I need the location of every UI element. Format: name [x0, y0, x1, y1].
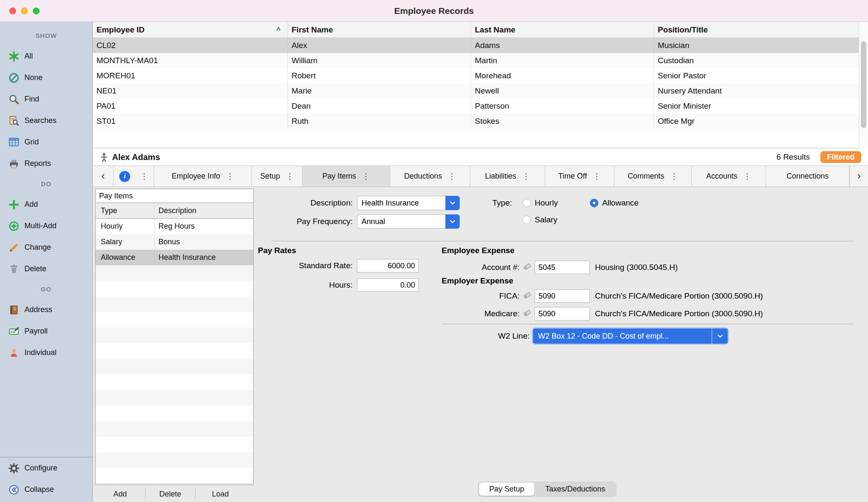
tab-menu-icon[interactable]: ⋮ — [286, 171, 294, 181]
tab-employee-info[interactable]: Employee Info⋮ — [154, 166, 252, 187]
table-row[interactable]: PA01 Dean Patterson Senior Minister — [93, 99, 859, 114]
sidebar-item-searches[interactable]: Searches — [0, 110, 92, 131]
sidebar-item-find[interactable]: Find — [0, 88, 92, 110]
sidebar-item-label: Multi-Add — [24, 222, 56, 230]
radio-button-selected[interactable] — [590, 199, 598, 207]
list-item[interactable]: Hourly Reg Hours — [96, 219, 253, 234]
scrollbar[interactable] — [859, 22, 868, 148]
tab-pay-items[interactable]: Pay Items⋮ — [303, 166, 390, 187]
table-row[interactable]: NE01 Marie Newell Nursery Attendant — [93, 83, 859, 99]
load-pay-item-button[interactable]: Load — [196, 486, 245, 502]
sidebar-item-label: Grid — [24, 138, 39, 147]
table-row[interactable]: MOREH01 Robert Morehead Senior Pastor — [93, 68, 859, 83]
tab-liabilities[interactable]: Liabilities⋮ — [470, 166, 545, 187]
list-item[interactable]: Salary Bonus — [96, 234, 253, 250]
chevron-down-icon[interactable] — [712, 328, 728, 344]
tab-connections[interactable]: Connections — [766, 166, 849, 187]
account-number-label: Account #: — [442, 263, 520, 272]
sort-ascending-icon: ^ — [276, 22, 281, 37]
tabs-scroll-left-button[interactable]: ‹ — [93, 166, 114, 187]
hours-input[interactable] — [357, 278, 419, 292]
description-dropdown[interactable]: Health Insurance — [357, 196, 460, 210]
search-icon — [7, 93, 21, 105]
table-row[interactable]: CL02 Alex Adams Musician — [93, 38, 859, 53]
main-area: Employee ID^ First Name Last Name Positi… — [93, 22, 868, 502]
eraser-icon[interactable] — [522, 290, 532, 302]
tab-menu-icon[interactable]: ⋮ — [743, 171, 751, 181]
column-header-position[interactable]: Position/Title — [654, 22, 859, 37]
tab-menu-icon[interactable]: ⋮ — [448, 171, 456, 181]
w2-line-dropdown[interactable]: W2 Box 12 - Code DD - Cost of empl... — [533, 328, 728, 344]
sidebar-item-multi-add[interactable]: Multi-Add — [0, 215, 92, 237]
tab-menu-icon[interactable]: ⋮ — [522, 171, 530, 181]
chevron-down-icon[interactable] — [445, 214, 460, 229]
tab-menu-icon[interactable]: ⋮ — [593, 171, 601, 181]
tab-deductions[interactable]: Deductions⋮ — [390, 166, 470, 187]
sidebar-item-address[interactable]: Address — [0, 299, 92, 320]
tab-time-off[interactable]: Time Off⋮ — [545, 166, 614, 187]
table-row[interactable]: MONTHLY-MA01 William Martin Custodian — [93, 53, 859, 68]
tab-comments[interactable]: Comments⋮ — [614, 166, 692, 187]
info-icon: i — [119, 171, 130, 182]
tab-setup[interactable]: Setup⋮ — [252, 166, 303, 187]
add-pay-item-button[interactable]: Add — [95, 486, 145, 502]
check-writing-icon — [7, 326, 21, 337]
sidebar-item-add[interactable]: Add — [0, 194, 92, 215]
column-header-employee-id[interactable]: Employee ID^ — [93, 22, 287, 37]
tab-pay-setup[interactable]: Pay Setup — [479, 483, 534, 496]
radio-allowance[interactable]: Allowance — [590, 196, 639, 210]
tabs-scroll-right-button[interactable]: › — [849, 166, 868, 187]
medicare-account-description: Church's FICA/Medicare Portion (3000.509… — [595, 309, 763, 318]
sidebar-item-label: Searches — [24, 116, 56, 125]
scrollbar-thumb[interactable] — [861, 41, 866, 128]
person-icon — [7, 347, 21, 359]
eraser-icon[interactable] — [522, 308, 532, 320]
sidebar-item-reports[interactable]: Reports — [0, 153, 92, 174]
column-header-first-name[interactable]: First Name — [287, 22, 471, 37]
sidebar-item-individual[interactable]: Individual — [0, 342, 92, 363]
sidebar-item-grid[interactable]: Grid — [0, 131, 92, 153]
tab-menu-icon[interactable]: ⋮ — [226, 171, 234, 181]
employer-expense-heading: Employer Expense — [442, 276, 513, 286]
list-item[interactable]: Allowance Health Insurance — [96, 250, 253, 265]
tab-taxes-deductions[interactable]: Taxes/Deductions — [535, 483, 615, 496]
divider — [442, 324, 853, 324]
sidebar-item-delete[interactable]: Delete — [0, 258, 92, 280]
account-number-input[interactable] — [535, 261, 590, 274]
pay-frequency-dropdown[interactable]: Annual — [357, 214, 460, 229]
hours-label: Hours: — [260, 280, 353, 290]
sidebar-item-configure[interactable]: Configure — [0, 457, 92, 479]
sidebar-item-change[interactable]: Change — [0, 237, 92, 258]
tab-menu-icon[interactable]: ⋮ — [362, 171, 370, 181]
radio-hourly[interactable]: Hourly — [522, 196, 558, 210]
saved-searches-icon — [7, 115, 21, 127]
column-header-last-name[interactable]: Last Name — [471, 22, 654, 37]
type-label: Type: — [472, 198, 512, 208]
description-label: Description: — [260, 198, 353, 208]
pay-items-panel-title: Pay Items — [95, 189, 254, 203]
sidebar-item-payroll[interactable]: Payroll — [0, 320, 92, 342]
fica-account-input[interactable] — [535, 289, 590, 303]
sidebar-item-none[interactable]: None — [0, 67, 92, 88]
sidebar-item-all[interactable]: All — [0, 45, 92, 67]
radio-salary[interactable]: Salary — [522, 213, 557, 227]
tab-accounts[interactable]: Accounts⋮ — [692, 166, 766, 187]
w2-line-label: W2 Line: — [442, 331, 530, 341]
radio-button[interactable] — [522, 216, 531, 224]
eraser-icon[interactable] — [522, 262, 532, 273]
tab-info[interactable]: i ⋮ — [114, 166, 154, 187]
account-description: Housing (3000.5045.H) — [595, 263, 678, 272]
medicare-account-input[interactable] — [535, 307, 590, 320]
standard-rate-label: Standard Rate: — [260, 261, 353, 270]
title-bar: Employee Records — [0, 0, 868, 22]
sidebar-item-collapse[interactable]: Collapse — [0, 479, 92, 500]
chevron-down-icon[interactable] — [445, 196, 460, 210]
tab-menu-icon[interactable]: ⋮ — [140, 171, 148, 181]
empty-rows — [96, 265, 253, 484]
delete-pay-item-button[interactable]: Delete — [145, 486, 195, 502]
table-row[interactable]: ST01 Ruth Stokes Office Mgr — [93, 114, 859, 129]
chevron-left-icon: ‹ — [101, 170, 105, 183]
standard-rate-input[interactable] — [357, 259, 419, 272]
tab-menu-icon[interactable]: ⋮ — [670, 171, 678, 181]
radio-button[interactable] — [522, 199, 531, 207]
